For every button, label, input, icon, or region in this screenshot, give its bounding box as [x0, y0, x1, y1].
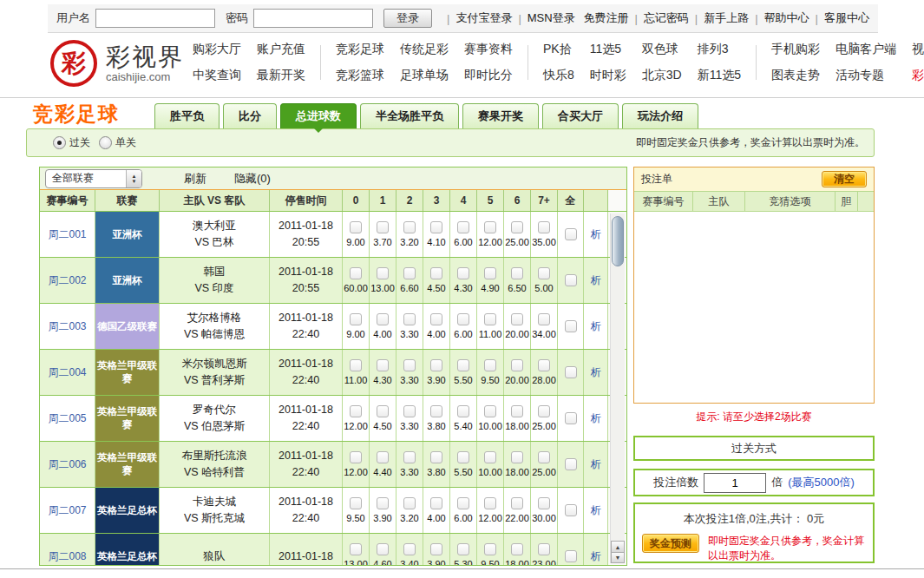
odds-checkbox[interactable] — [484, 405, 496, 417]
logo[interactable]: 彩 彩视界 caishijie.com — [50, 40, 184, 87]
odds-checkbox[interactable] — [484, 313, 496, 325]
odds-checkbox[interactable] — [511, 543, 523, 555]
odds-checkbox[interactable] — [511, 405, 523, 417]
topbar-link[interactable]: 免费注册 — [583, 10, 628, 26]
odds-checkbox[interactable] — [403, 543, 416, 555]
topbar-link[interactable]: 新手上路 — [704, 10, 749, 26]
odds-checkbox[interactable] — [350, 451, 362, 463]
odds-checkbox[interactable] — [484, 497, 496, 509]
nav-item[interactable]: 竞彩篮球 — [336, 68, 384, 83]
scroll-up-icon[interactable]: ▲ — [611, 541, 625, 552]
odds-checkbox[interactable] — [350, 267, 362, 279]
nav-item[interactable]: 中奖查询 — [193, 68, 241, 83]
hide-link[interactable]: 隐藏(0) — [234, 171, 271, 187]
select-all-checkbox[interactable] — [565, 366, 577, 378]
odds-checkbox[interactable] — [511, 359, 523, 371]
nav-item[interactable]: 快乐8 — [543, 68, 574, 83]
topbar-link[interactable]: 客服中心 — [824, 10, 869, 26]
analysis-link[interactable]: 析 — [591, 273, 601, 288]
odds-checkbox[interactable] — [457, 267, 469, 279]
msn-login-link[interactable]: MSN登录 — [528, 10, 575, 26]
odds-checkbox[interactable] — [538, 359, 550, 371]
odds-checkbox[interactable] — [430, 497, 442, 509]
odds-checkbox[interactable] — [511, 497, 523, 509]
odds-checkbox[interactable] — [457, 451, 469, 463]
nav-item[interactable]: 活动专题 — [836, 68, 896, 83]
tab-active[interactable]: 总进球数 — [280, 103, 357, 128]
odds-checkbox[interactable] — [538, 451, 550, 463]
nav-item[interactable]: 即时比分 — [464, 68, 513, 83]
odds-checkbox[interactable] — [538, 497, 550, 509]
odds-checkbox[interactable] — [511, 451, 523, 463]
nav-item[interactable]: 竞彩足球 — [336, 42, 384, 57]
nav-item[interactable]: 购彩大厅 — [193, 42, 241, 57]
league-filter-select[interactable]: 全部联赛 ▲▼ — [45, 169, 142, 188]
tab-item[interactable]: 比分 — [223, 103, 277, 128]
odds-checkbox[interactable] — [350, 313, 362, 325]
nav-item[interactable]: 新11选5 — [698, 68, 741, 83]
odds-checkbox[interactable] — [430, 543, 442, 555]
odds-checkbox[interactable] — [484, 221, 496, 233]
nav-item[interactable]: 北京3D — [642, 68, 682, 83]
odds-checkbox[interactable] — [377, 543, 389, 555]
odds-checkbox[interactable] — [377, 405, 389, 417]
password-input[interactable] — [253, 9, 373, 28]
username-input[interactable] — [95, 9, 215, 28]
odds-checkbox[interactable] — [377, 497, 389, 509]
refresh-link[interactable]: 刷新 — [184, 171, 206, 187]
analysis-link[interactable]: 析 — [591, 365, 601, 380]
select-all-checkbox[interactable] — [565, 274, 577, 286]
odds-checkbox[interactable] — [403, 221, 416, 233]
nav-item[interactable]: 时时彩 — [590, 68, 626, 83]
nav-item[interactable]: 双色球 — [642, 42, 682, 57]
nav-item[interactable]: 彩民论坛 — [912, 68, 924, 83]
topbar-link[interactable]: 帮助中心 — [764, 10, 809, 26]
odds-checkbox[interactable] — [484, 451, 496, 463]
tab-item[interactable]: 半全场胜平负 — [360, 103, 459, 128]
odds-checkbox[interactable] — [457, 313, 469, 325]
nav-item[interactable]: 视频讲堂 — [912, 42, 924, 57]
tab-item[interactable]: 玩法介绍 — [622, 103, 698, 128]
analysis-link[interactable]: 析 — [591, 457, 601, 472]
prize-predict-button[interactable]: 奖金预测 — [642, 534, 699, 553]
odds-checkbox[interactable] — [538, 267, 550, 279]
odds-checkbox[interactable] — [377, 359, 389, 371]
nav-item[interactable]: 赛事资料 — [464, 42, 513, 57]
select-all-checkbox[interactable] — [565, 550, 577, 562]
odds-checkbox[interactable] — [377, 221, 389, 233]
odds-checkbox[interactable] — [430, 267, 442, 279]
nav-item[interactable]: 手机购彩 — [771, 42, 820, 57]
odds-checkbox[interactable] — [350, 405, 362, 417]
login-button[interactable]: 登录 — [383, 9, 432, 28]
table-scrollbar[interactable]: ▲ ▼ — [610, 213, 625, 563]
select-all-checkbox[interactable] — [565, 458, 577, 470]
nav-item[interactable]: PK拾 — [543, 42, 574, 57]
topbar-link[interactable]: 忘记密码 — [644, 10, 689, 26]
analysis-link[interactable]: 析 — [591, 549, 601, 564]
alipay-login-link[interactable]: 支付宝登录 — [455, 10, 512, 26]
odds-checkbox[interactable] — [350, 221, 362, 233]
select-all-checkbox[interactable] — [565, 412, 577, 424]
single-mode-radio[interactable] — [99, 136, 112, 149]
clear-button[interactable]: 清空 — [822, 171, 867, 187]
odds-checkbox[interactable] — [538, 543, 550, 555]
odds-checkbox[interactable] — [403, 359, 416, 371]
analysis-link[interactable]: 析 — [591, 319, 601, 334]
odds-checkbox[interactable] — [511, 221, 523, 233]
odds-checkbox[interactable] — [457, 543, 469, 555]
nav-item[interactable]: 传统足彩 — [400, 42, 449, 57]
odds-checkbox[interactable] — [350, 359, 362, 371]
scroll-down-icon[interactable]: ▼ — [611, 552, 625, 563]
multiplier-input[interactable] — [704, 473, 766, 493]
odds-checkbox[interactable] — [403, 313, 416, 325]
odds-checkbox[interactable] — [403, 451, 416, 463]
odds-checkbox[interactable] — [538, 313, 550, 325]
odds-checkbox[interactable] — [403, 267, 416, 279]
odds-checkbox[interactable] — [430, 451, 442, 463]
nav-item[interactable]: 电脑客户端 — [836, 42, 896, 57]
nav-item[interactable]: 账户充值 — [257, 42, 305, 57]
odds-checkbox[interactable] — [484, 267, 496, 279]
odds-checkbox[interactable] — [511, 267, 523, 279]
odds-checkbox[interactable] — [538, 221, 550, 233]
odds-checkbox[interactable] — [430, 405, 442, 417]
